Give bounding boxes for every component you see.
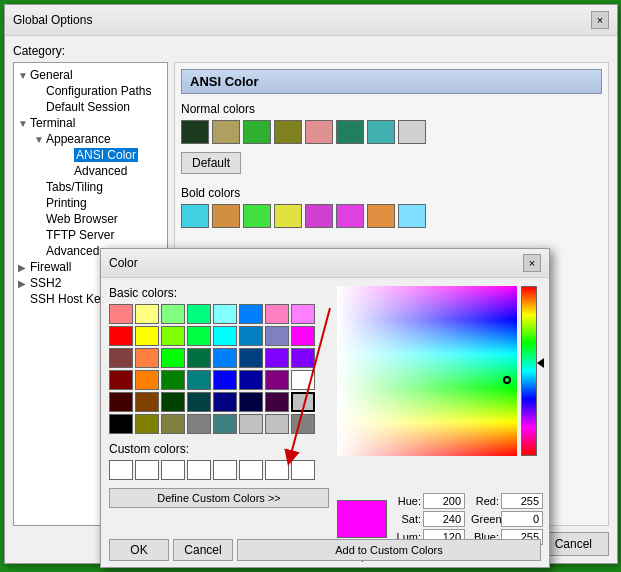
add-to-custom-colors-button[interactable]: Add to Custom Colors (237, 539, 541, 561)
basic-color-swatch[interactable] (291, 348, 315, 368)
basic-color-swatch[interactable] (135, 370, 159, 390)
basic-color-swatch[interactable] (239, 392, 263, 412)
red-input[interactable] (501, 493, 543, 509)
basic-color-swatch[interactable] (213, 348, 237, 368)
custom-swatch[interactable] (161, 460, 185, 480)
basic-color-swatch[interactable] (161, 370, 185, 390)
color-dialog-close-button[interactable]: × (523, 254, 541, 272)
basic-color-swatch[interactable] (291, 326, 315, 346)
normal-color-swatch[interactable] (274, 120, 302, 144)
basic-color-swatch[interactable] (239, 304, 263, 324)
basic-color-swatch[interactable] (265, 304, 289, 324)
basic-color-swatch[interactable] (213, 392, 237, 412)
basic-color-swatch[interactable] (161, 392, 185, 412)
basic-color-swatch[interactable] (187, 348, 211, 368)
custom-swatch[interactable] (265, 460, 289, 480)
basic-color-swatch[interactable] (109, 348, 133, 368)
sat-input[interactable] (423, 511, 465, 527)
basic-color-swatch[interactable] (291, 304, 315, 324)
basic-color-swatch[interactable] (291, 370, 315, 390)
hue-input[interactable] (423, 493, 465, 509)
custom-swatch[interactable] (291, 460, 315, 480)
default-button[interactable]: Default (181, 152, 241, 174)
basic-color-swatch[interactable] (187, 414, 211, 434)
basic-color-swatch[interactable] (187, 326, 211, 346)
basic-color-swatch[interactable] (187, 304, 211, 324)
main-window-close-button[interactable]: × (591, 11, 609, 29)
sidebar-item-ansi-color[interactable]: ANSI Color (62, 147, 163, 163)
custom-swatch[interactable] (213, 460, 237, 480)
bold-color-swatch[interactable] (181, 204, 209, 228)
hue-slider[interactable] (521, 286, 537, 456)
green-input[interactable] (501, 511, 543, 527)
basic-color-swatch[interactable] (213, 414, 237, 434)
basic-color-swatch[interactable] (265, 414, 289, 434)
bold-color-swatch[interactable] (274, 204, 302, 228)
sidebar-item-appearance-advanced[interactable]: Advanced (62, 163, 163, 179)
normal-color-swatch[interactable] (367, 120, 395, 144)
basic-color-swatch[interactable] (161, 326, 185, 346)
basic-color-swatch[interactable] (109, 370, 133, 390)
color-right-panel: Hue: Sat: Lum: Red: (337, 286, 543, 562)
basic-color-swatch[interactable] (213, 370, 237, 390)
basic-color-swatch[interactable] (135, 348, 159, 368)
normal-color-swatch[interactable] (398, 120, 426, 144)
bold-color-swatch[interactable] (336, 204, 364, 228)
basic-color-swatch[interactable] (161, 304, 185, 324)
expand-spacer8 (34, 230, 46, 241)
bold-color-swatch[interactable] (212, 204, 240, 228)
basic-color-swatch[interactable] (109, 326, 133, 346)
color-dialog-cancel-button[interactable]: Cancel (173, 539, 233, 561)
basic-color-swatch[interactable] (291, 392, 315, 412)
basic-color-swatch[interactable] (135, 392, 159, 412)
basic-color-swatch[interactable] (161, 348, 185, 368)
sidebar-item-configuration-paths[interactable]: Configuration Paths (34, 83, 163, 99)
custom-swatch[interactable] (135, 460, 159, 480)
sidebar-item-general[interactable]: ▼ General (18, 67, 163, 83)
custom-swatch[interactable] (187, 460, 211, 480)
basic-color-swatch[interactable] (213, 326, 237, 346)
bold-color-swatch[interactable] (367, 204, 395, 228)
sidebar-item-default-session[interactable]: Default Session (34, 99, 163, 115)
basic-color-swatch[interactable] (213, 304, 237, 324)
normal-color-swatch[interactable] (181, 120, 209, 144)
custom-swatch[interactable] (239, 460, 263, 480)
sidebar-item-web-browser[interactable]: Web Browser (34, 211, 163, 227)
basic-color-swatch[interactable] (265, 326, 289, 346)
basic-color-swatch[interactable] (265, 348, 289, 368)
sidebar-item-tabs-tiling[interactable]: Tabs/Tiling (34, 179, 163, 195)
basic-color-swatch[interactable] (239, 414, 263, 434)
basic-color-swatch[interactable] (161, 414, 185, 434)
basic-color-swatch[interactable] (135, 414, 159, 434)
saturation-gradient[interactable] (337, 286, 517, 456)
basic-color-swatch[interactable] (265, 370, 289, 390)
basic-color-swatch[interactable] (239, 348, 263, 368)
normal-color-swatch[interactable] (336, 120, 364, 144)
basic-color-swatch[interactable] (109, 414, 133, 434)
sidebar-item-printing[interactable]: Printing (34, 195, 163, 211)
define-custom-colors-button[interactable]: Define Custom Colors >> (109, 488, 329, 508)
basic-color-swatch[interactable] (135, 326, 159, 346)
color-dialog-ok-button[interactable]: OK (109, 539, 169, 561)
basic-color-swatch[interactable] (187, 370, 211, 390)
normal-color-swatch[interactable] (212, 120, 240, 144)
bold-color-swatch[interactable] (305, 204, 333, 228)
basic-color-swatch[interactable] (265, 392, 289, 412)
basic-color-swatch[interactable] (109, 392, 133, 412)
basic-color-swatch[interactable] (239, 326, 263, 346)
bold-color-swatch[interactable] (243, 204, 271, 228)
sidebar-item-terminal[interactable]: ▼ Terminal (18, 115, 163, 131)
basic-color-swatch[interactable] (187, 392, 211, 412)
sidebar-item-tftp-server[interactable]: TFTP Server (34, 227, 163, 243)
basic-color-swatch[interactable] (291, 414, 315, 434)
bold-color-swatch[interactable] (398, 204, 426, 228)
custom-swatch[interactable] (109, 460, 133, 480)
basic-color-swatch[interactable] (239, 370, 263, 390)
sidebar-item-appearance[interactable]: ▼ Appearance (34, 131, 163, 147)
expand-spacer3 (62, 150, 74, 161)
normal-color-swatch[interactable] (305, 120, 333, 144)
normal-color-swatch[interactable] (243, 120, 271, 144)
sidebar-label-config-paths: Configuration Paths (46, 84, 151, 98)
basic-color-swatch[interactable] (135, 304, 159, 324)
basic-color-swatch[interactable] (109, 304, 133, 324)
